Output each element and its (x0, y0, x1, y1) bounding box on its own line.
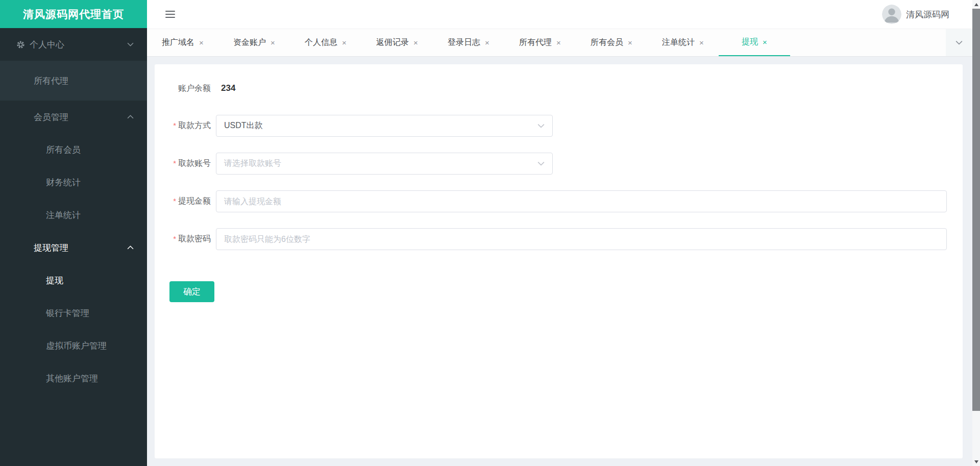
tab-label: 提现 (742, 37, 758, 47)
tab-close-icon[interactable]: × (556, 39, 561, 46)
sidebar-item-label: 其他账户管理 (46, 373, 98, 384)
tab-all-agents[interactable]: 所有代理× (504, 29, 576, 56)
select-value: 请选择取款账号 (224, 158, 281, 169)
form-row-withdraw-method: *取款方式USDT出款 (155, 115, 963, 137)
tab-bet-stats[interactable]: 注单统计× (647, 29, 719, 56)
sidebar-item-label: 虚拟币账户管理 (46, 340, 107, 352)
field-label: *提现金额 (155, 196, 211, 207)
tab-close-icon[interactable]: × (763, 38, 767, 46)
form-row-withdraw-amount: *提现金额 (155, 190, 963, 212)
tab-label: 个人信息 (305, 37, 337, 48)
sidebar-item-label: 提现 (46, 275, 63, 286)
tab-label: 返佣记录 (376, 37, 409, 48)
withdraw-form-card: 账户余额 234 *取款方式USDT出款*取款账号请选择取款账号*提现金额*取款… (155, 64, 963, 458)
sidebar-item-label: 注单统计 (46, 209, 81, 221)
field-label: *取款密码 (155, 234, 211, 244)
tab-close-icon[interactable]: × (699, 39, 704, 46)
form-rows: *取款方式USDT出款*取款账号请选择取款账号*提现金额*取款密码 (155, 115, 963, 250)
tab-close-icon[interactable]: × (485, 39, 489, 46)
tab-rebate-records[interactable]: 返佣记录× (361, 29, 433, 56)
balance-value: 234 (221, 83, 235, 93)
topbar: 清风源码网 (147, 0, 972, 29)
tabs-more-button[interactable] (946, 29, 972, 56)
withdraw-method-select[interactable]: USDT出款 (216, 115, 553, 137)
tab-fund-account[interactable]: 资金账户× (218, 29, 290, 56)
tab-login-logs[interactable]: 登录日志× (433, 29, 504, 56)
sidebar-item-label: 财务统计 (46, 177, 81, 188)
tabs-container: 推广域名×资金账户×个人信息×返佣记录×登录日志×所有代理×所有会员×注单统计×… (147, 29, 790, 56)
required-asterisk: * (173, 197, 176, 205)
main-content: 账户余额 234 *取款方式USDT出款*取款账号请选择取款账号*提现金额*取款… (147, 57, 972, 466)
username-label: 清风源码网 (906, 9, 949, 20)
confirm-button[interactable]: 确定 (169, 281, 214, 302)
tab-close-icon[interactable]: × (342, 39, 347, 46)
field-label: *取款账号 (155, 158, 211, 169)
tab-close-icon[interactable]: × (413, 39, 418, 46)
sidebar: 个人中心所有代理会员管理所有会员财务统计注单统计提现管理提现银行卡管理虚拟币账户… (0, 28, 147, 466)
chevron-down-icon (955, 40, 963, 45)
tab-withdraw[interactable]: 提现× (719, 29, 790, 56)
sidebar-item-withdraw-mgmt[interactable]: 提现管理 (0, 231, 147, 264)
tab-close-icon[interactable]: × (271, 39, 275, 46)
tab-label: 注单统计 (662, 37, 695, 48)
tab-close-icon[interactable]: × (199, 39, 204, 46)
sidebar-item-all-members[interactable]: 所有会员 (0, 133, 147, 166)
tab-label: 所有代理 (519, 37, 552, 48)
scroll-up-icon[interactable] (972, 0, 980, 9)
sidebar-item-label: 所有会员 (46, 144, 81, 156)
sidebar-item-all-agents[interactable]: 所有代理 (0, 61, 147, 101)
tab-promo-domain[interactable]: 推广域名× (147, 29, 218, 56)
chevron-up-icon (127, 115, 134, 119)
brand-title: 清风源码网代理首页 (0, 0, 147, 28)
tab-bar: 推广域名×资金账户×个人信息×返佣记录×登录日志×所有代理×所有会员×注单统计×… (147, 29, 972, 57)
required-asterisk: * (173, 121, 176, 130)
vertical-scrollbar[interactable] (972, 0, 980, 466)
scroll-down-icon[interactable] (972, 457, 980, 466)
withdraw-amount-input[interactable] (216, 190, 947, 212)
tab-close-icon[interactable]: × (628, 39, 632, 46)
tab-label: 所有会员 (591, 37, 623, 48)
select-arrow-icon (537, 124, 545, 128)
sidebar-item-personal-center[interactable]: 个人中心 (0, 28, 147, 61)
user-menu[interactable]: 清风源码网 (882, 0, 949, 29)
form-row-withdraw-account: *取款账号请选择取款账号 (155, 153, 963, 175)
sidebar-item-label: 银行卡管理 (46, 307, 89, 319)
gear-icon (16, 40, 25, 49)
field-label: *取款方式 (155, 120, 211, 131)
sidebar-item-label: 所有代理 (34, 75, 68, 87)
required-asterisk: * (173, 159, 176, 167)
chevron-down-icon (127, 42, 134, 46)
select-arrow-icon (537, 161, 545, 166)
balance-label: 账户余额 (155, 83, 211, 94)
sidebar-item-label: 个人中心 (30, 39, 64, 51)
app-window: 清风源码网代理首页 个人中心所有代理会员管理所有会员财务统计注单统计提现管理提现… (0, 0, 980, 466)
tab-all-members[interactable]: 所有会员× (576, 29, 647, 56)
required-asterisk: * (173, 234, 176, 243)
balance-row: 账户余额 234 (155, 83, 963, 94)
chevron-up-icon (127, 246, 134, 250)
withdraw-password-input[interactable] (216, 228, 947, 250)
sidebar-item-label: 提现管理 (34, 242, 68, 254)
sidebar-item-label: 会员管理 (34, 111, 68, 123)
tab-label: 登录日志 (448, 37, 480, 48)
tab-label: 推广域名 (162, 37, 194, 48)
tab-personal-info[interactable]: 个人信息× (290, 29, 361, 56)
tab-label: 资金账户 (233, 37, 266, 48)
sidebar-item-other-account-mgmt[interactable]: 其他账户管理 (0, 362, 147, 395)
select-value: USDT出款 (224, 120, 263, 131)
sidebar-item-withdraw[interactable]: 提现 (0, 264, 147, 297)
hamburger-menu-icon[interactable] (165, 11, 175, 18)
sidebar-item-finance-stats[interactable]: 财务统计 (0, 166, 147, 199)
withdraw-account-select[interactable]: 请选择取款账号 (216, 153, 553, 175)
form-row-withdraw-password: *取款密码 (155, 228, 963, 250)
sidebar-item-bet-stats[interactable]: 注单统计 (0, 199, 147, 231)
avatar (882, 5, 901, 24)
scrollbar-thumb[interactable] (972, 9, 980, 411)
sidebar-item-bank-card-mgmt[interactable]: 银行卡管理 (0, 297, 147, 329)
sidebar-item-crypto-account-mgmt[interactable]: 虚拟币账户管理 (0, 329, 147, 362)
sidebar-item-member-mgmt[interactable]: 会员管理 (0, 101, 147, 133)
